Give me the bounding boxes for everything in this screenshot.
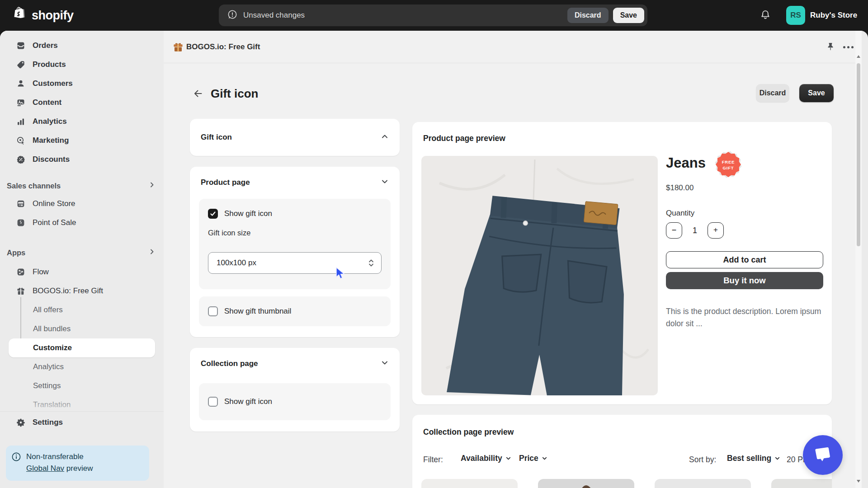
app-title-bar: BOGOS.io: Free Gift (164, 31, 862, 63)
section-title: Gift icon (201, 133, 232, 142)
topbar-discard-button[interactable]: Discard (567, 8, 609, 23)
storefront-icon (16, 199, 25, 208)
notifications-button[interactable] (755, 5, 775, 25)
sidebar-item-point-of-sale[interactable]: Point of Sale (4, 213, 160, 232)
product-page-section-header[interactable]: Product page (190, 167, 400, 188)
sidebar-section-sales-channels[interactable]: Sales channels (7, 178, 156, 193)
scroll-down-arrow[interactable] (857, 480, 860, 483)
product-page-gift-icon-group: Show gift icon Gift icon size 100x100 px (199, 199, 391, 289)
topbar-save-button[interactable]: Save (613, 8, 644, 23)
buy-it-now-button[interactable]: Buy it now (666, 272, 823, 289)
product-info-column: Jeans FREE GIFT $180.00 Quantity (666, 155, 823, 330)
sub-item-label: All bundles (33, 324, 71, 333)
show-gift-thumbnail-checkbox[interactable] (208, 306, 218, 316)
top-bar: shopify Unsaved changes Discard Save RS … (0, 0, 868, 31)
sidebar-footer: Settings Non-transferable Global Nav pre… (0, 411, 164, 488)
add-to-cart-button[interactable]: Add to cart (666, 251, 823, 268)
sidebar-item-products[interactable]: Products (4, 55, 160, 74)
collection-page-preview-card: Collection page preview Filter: Availabi… (412, 415, 832, 488)
sidebar-section-apps[interactable]: Apps (7, 245, 156, 260)
sidebar-item-app-analytics[interactable]: Analytics (4, 357, 160, 376)
sub-item-label: All offers (33, 305, 63, 314)
pos-icon (16, 218, 25, 227)
quantity-increment-button[interactable]: + (708, 222, 724, 239)
global-nav-link[interactable]: Global Nav (26, 464, 64, 473)
sort-dropdown[interactable]: Best selling (727, 454, 780, 463)
shopify-logo[interactable]: shopify (14, 6, 74, 24)
collection-show-gift-icon-checkbox[interactable] (208, 397, 218, 407)
global-nav-banner: Non-transferable Global Nav preview (6, 446, 149, 481)
section-label: Apps (7, 249, 25, 257)
sidebar-item-flow[interactable]: Flow (4, 263, 160, 282)
sidebar-item-app-settings[interactable]: Settings (4, 376, 160, 395)
bell-icon (760, 9, 771, 22)
more-options-button[interactable] (840, 39, 856, 55)
dropdown-label: Best selling (727, 454, 771, 463)
caret-down-icon (542, 455, 547, 461)
sidebar-item-orders[interactable]: Orders (4, 36, 160, 55)
sidebar-item-settings[interactable]: Settings (4, 413, 160, 432)
quantity-stepper: − 1 + (666, 222, 823, 239)
checkbox-label: Show gift icon (224, 209, 272, 218)
store-name[interactable]: Ruby's Store (810, 11, 857, 20)
chevron-down-icon (381, 178, 389, 188)
collection-page-section-header[interactable]: Collection page (190, 348, 400, 369)
show-gift-icon-checkbox[interactable] (208, 209, 218, 219)
sidebar-item-customers[interactable]: Customers (4, 74, 160, 93)
product-page-preview-card: Product page preview (412, 122, 832, 404)
scroll-up-arrow[interactable] (857, 55, 860, 58)
sidebar-item-bogos[interactable]: BOGOS.io: Free Gift (4, 282, 160, 300)
sidebar-item-all-bundles[interactable]: All bundles (4, 319, 160, 338)
availability-filter-dropdown[interactable]: Availability (461, 454, 511, 463)
collection-thumbnail-model (538, 479, 634, 488)
sidebar-item-label: Orders (33, 41, 58, 50)
price-filter-dropdown[interactable]: Price (519, 454, 547, 463)
sidebar-item-all-offers[interactable]: All offers (4, 300, 160, 319)
gift-icon (16, 286, 25, 296)
select-value: 100x100 px (217, 258, 256, 267)
page-title: Gift icon (211, 87, 258, 101)
preview-title: Product page preview (423, 134, 505, 143)
gift-icon-size-select[interactable]: 100x100 px (208, 252, 382, 274)
sidebar-item-content[interactable]: Content (4, 93, 160, 112)
gift-box-icon (173, 42, 184, 54)
quantity-decrement-button[interactable]: − (666, 222, 682, 239)
sidebar-item-analytics[interactable]: Analytics (4, 112, 160, 131)
caret-down-icon (774, 455, 780, 461)
collection-thumbnail-placeholder (655, 479, 751, 488)
select-stepper-icon (368, 258, 375, 268)
sidebar-item-customize[interactable]: Customize (9, 338, 155, 357)
page-discard-button[interactable]: Discard (756, 84, 789, 102)
shopify-wordmark: shopify (32, 9, 74, 23)
gift-icon-size-label: Gift icon size (208, 229, 382, 237)
collection-gift-icon-group: Show gift icon (199, 383, 391, 420)
scrollbar-thumb[interactable] (857, 63, 860, 246)
product-page-section-card: Product page Show gift icon Gift icon si… (190, 167, 400, 337)
arrow-left-icon (193, 88, 203, 100)
svg-text:FREE: FREE (722, 160, 735, 164)
chevron-right-icon (148, 181, 156, 190)
pin-button[interactable] (822, 39, 839, 55)
sidebar-item-discounts[interactable]: Discounts (4, 150, 160, 169)
product-description: This is the product description. Lorem i… (666, 305, 823, 330)
show-gift-icon-row[interactable]: Show gift icon (208, 209, 382, 219)
sidebar-nav: Orders Products Customers Content Analyt… (0, 31, 164, 488)
flow-app-icon (16, 267, 25, 277)
checkbox-label: Show gift icon (224, 397, 272, 406)
collection-filter-row: Filter: Availability Price Sort by: Best… (423, 454, 821, 467)
sidebar-item-label: Settings (33, 418, 63, 427)
pin-icon (826, 42, 835, 52)
store-avatar[interactable]: RS (786, 6, 805, 25)
back-button[interactable] (190, 86, 206, 102)
collection-show-gift-icon-row[interactable]: Show gift icon (208, 397, 272, 407)
chat-widget-button[interactable] (803, 435, 843, 475)
product-name-row: Jeans FREE GIFT (666, 155, 823, 180)
sidebar-item-label: Discounts (33, 155, 70, 164)
gift-icon-section-card[interactable]: Gift icon (190, 119, 400, 156)
sub-item-label: Settings (33, 381, 61, 390)
sidebar-item-online-store[interactable]: Online Store (4, 194, 160, 213)
sidebar-item-marketing[interactable]: Marketing (4, 131, 160, 150)
page-save-button[interactable]: Save (799, 84, 834, 102)
show-gift-thumbnail-row[interactable]: Show gift thumbnail (208, 306, 291, 316)
vertical-scrollbar[interactable] (855, 31, 862, 488)
